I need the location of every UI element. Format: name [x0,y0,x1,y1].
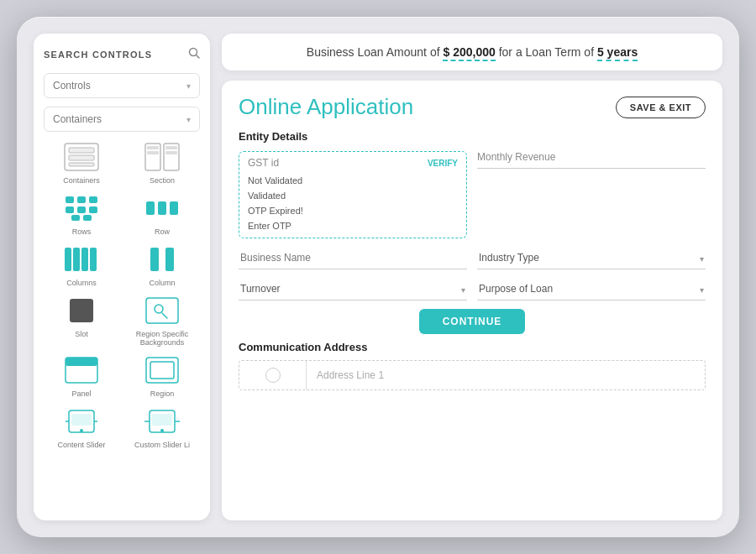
icon-item-column[interactable]: Column [124,243,200,287]
svg-rect-43 [152,414,172,426]
banner-years: 5 years [597,45,638,61]
controls-dropdown[interactable]: Controls ▾ [44,73,200,98]
columns-icon-label: Columns [66,279,97,287]
device-frame: SEARCH CONTROLS Controls ▾ Containers ▾ [17,17,739,537]
svg-rect-11 [165,151,177,154]
save-exit-button[interactable]: SAVE & EXIT [616,97,706,118]
icon-item-containers[interactable]: Containers [44,140,119,185]
region-icon-label: Region [150,389,175,398]
entity-details-title: Entity Details [239,130,706,143]
svg-rect-4 [69,155,94,160]
column-icon-label: Column [149,279,175,287]
search-icon[interactable] [188,47,200,61]
svg-rect-15 [66,206,74,213]
gst-option-validated[interactable]: Validated [248,189,458,202]
svg-rect-8 [147,146,159,149]
gst-option-otp-expired[interactable]: OTP Expired! [248,204,458,217]
svg-rect-3 [69,148,94,153]
rows-icon-label: Rows [72,227,92,236]
icon-item-region-bg[interactable]: Region Specific Backgrounds [124,294,200,347]
communication-address-title: Communication Address [239,341,706,353]
row-icon-label: Row [155,227,170,236]
gst-option-not-validated[interactable]: Not Validated [248,174,458,187]
icon-item-region[interactable]: Region [124,353,200,398]
svg-rect-10 [165,146,177,149]
svg-rect-26 [90,248,97,271]
custom-slider-icon-label: Custom Slider Li [134,441,190,449]
slot-icon-label: Slot [75,330,88,338]
containers-chevron-icon: ▾ [186,115,191,124]
svg-point-44 [160,429,164,432]
purpose-of-loan-select[interactable]: Purpose of Loan Working Capital Expansio… [477,278,706,301]
svg-rect-38 [71,414,92,426]
icon-item-slot[interactable]: Slot [44,294,119,347]
svg-line-1 [197,55,200,59]
svg-rect-18 [71,215,80,221]
continue-button[interactable]: CONTINUE [419,309,526,334]
svg-rect-19 [83,215,92,221]
address-line-cell[interactable]: Address Line 1 [307,361,705,389]
icon-item-custom-slider[interactable]: Custom Slider Li [124,405,200,449]
controls-chevron-icon: ▾ [186,81,191,91]
icon-item-row[interactable]: Row [124,191,200,236]
business-name-input[interactable] [239,247,467,269]
gst-options: Not Validated Validated OTP Expired! Ent… [248,174,458,233]
icon-item-rows[interactable]: Rows [44,191,119,236]
form-panel: Online Application SAVE & EXIT Entity De… [222,81,722,520]
banner-amount: $ 200,000 [443,45,495,61]
address-line-placeholder: Address Line 1 [317,369,384,381]
app-title: Online Application [239,94,413,120]
controls-dropdown-label: Controls [53,80,91,91]
svg-rect-25 [81,248,88,271]
svg-rect-20 [146,201,155,215]
content-slider-icon-label: Content Slider [57,441,105,449]
icon-item-content-slider[interactable]: Content Slider [44,405,119,449]
left-panel: SEARCH CONTROLS Controls ▾ Containers ▾ [34,34,210,520]
icon-item-panel[interactable]: Panel [44,353,119,398]
svg-rect-17 [89,206,97,213]
svg-point-31 [155,305,163,313]
svg-rect-14 [89,196,97,203]
icon-grid: Containers Section [44,140,200,449]
svg-point-39 [80,429,83,432]
search-controls-header: SEARCH CONTROLS [44,47,200,61]
monthly-revenue-label: Monthly Revenue [477,151,706,169]
section-icon-label: Section [150,176,175,185]
search-controls-title: SEARCH CONTROLS [44,50,152,60]
banner-text-middle: for a Loan Term of [499,45,594,59]
address-row: Address Line 1 [239,360,706,390]
containers-dropdown[interactable]: Containers ▾ [44,107,200,132]
icon-item-section[interactable]: Section [124,140,200,185]
svg-rect-12 [66,196,74,203]
svg-rect-28 [165,248,174,271]
gst-option-enter-otp[interactable]: Enter OTP [248,219,458,233]
right-panel: Business Loan Amount of $ 200,000 for a … [222,34,722,520]
gst-field: GST id VERIFY Not Validated Validated OT… [239,151,467,238]
svg-rect-22 [170,201,178,215]
form-panel-header: Online Application SAVE & EXIT [239,94,706,120]
form-row-1: GST id VERIFY Not Validated Validated OT… [239,151,706,238]
loan-banner: Business Loan Amount of $ 200,000 for a … [222,34,722,71]
region-bg-icon-label: Region Specific Backgrounds [124,330,200,347]
svg-rect-29 [70,299,93,322]
svg-rect-23 [65,248,71,271]
industry-type-select[interactable]: Industry Type Technology Retail Manufact… [477,247,706,269]
svg-rect-9 [147,151,159,154]
business-name-field [239,247,467,269]
svg-rect-34 [66,358,97,366]
turnover-field: Turnover < 10 Lakhs 10-50 Lakhs 50+ Lakh… [239,278,467,301]
turnover-select[interactable]: Turnover < 10 Lakhs 10-50 Lakhs 50+ Lakh… [239,278,467,301]
form-row-3: Turnover < 10 Lakhs 10-50 Lakhs 50+ Lakh… [239,278,706,301]
icon-item-columns[interactable]: Columns [44,243,119,287]
continue-row: CONTINUE [239,309,706,334]
gst-label: GST id [248,157,279,169]
svg-line-32 [162,313,167,318]
panel-icon-label: Panel [71,389,91,398]
svg-rect-16 [77,206,86,213]
purpose-of-loan-field: Purpose of Loan Working Capital Expansio… [477,278,706,301]
banner-text-before: Business Loan Amount of [307,45,440,59]
address-circle-cell [239,361,307,389]
address-circle [265,368,281,383]
verify-link[interactable]: VERIFY [428,159,458,168]
monthly-revenue-field: Monthly Revenue [477,151,706,238]
